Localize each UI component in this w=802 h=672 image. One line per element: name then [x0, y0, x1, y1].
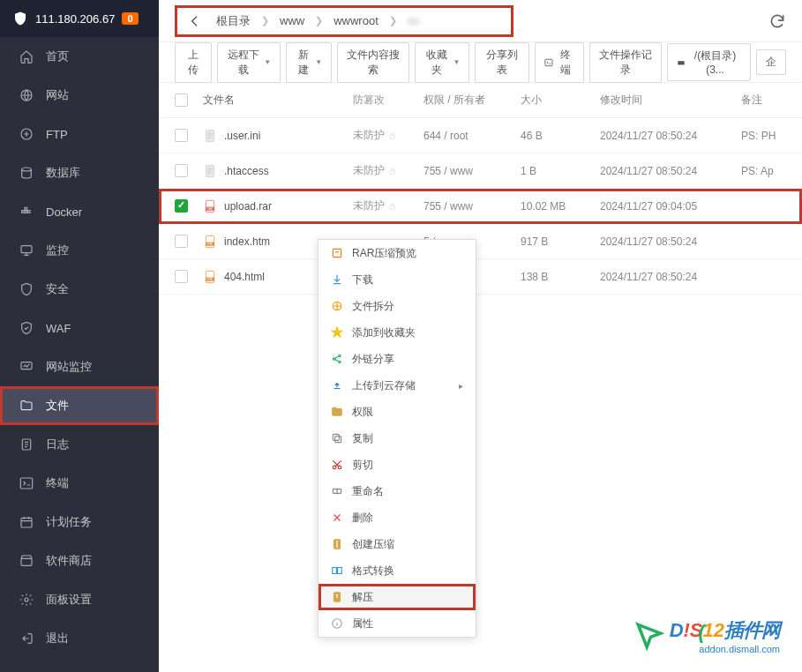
col-tamper-header[interactable]: 防篡改	[353, 93, 423, 108]
svg-rect-30	[333, 249, 341, 257]
notification-badge[interactable]: 0	[122, 12, 138, 25]
sidebar-item-ftp[interactable]: FTP	[0, 115, 159, 153]
terminal-button[interactable]: 终端	[535, 42, 583, 83]
context-label: 复制	[352, 431, 373, 446]
new-button[interactable]: 新建▼	[286, 42, 332, 83]
context-share[interactable]: 外链分享	[319, 346, 476, 372]
rename-icon	[331, 485, 343, 497]
sidebar-item-docker[interactable]: Docker	[0, 192, 159, 231]
col-time-header[interactable]: 修改时间	[600, 93, 741, 108]
sidebar-item-home[interactable]: 首页	[0, 37, 159, 76]
context-cut[interactable]: 剪切	[319, 452, 476, 478]
terminal-icon	[19, 476, 34, 490]
col-note-header[interactable]: 备注	[741, 93, 794, 108]
sidebar: 111.180.206.67 0 首页网站FTP数据库Docker监控安全WAF…	[0, 0, 159, 672]
sidebar-item-monitor[interactable]: 监控	[0, 231, 159, 270]
table-row[interactable]: .user.ini 未防护 644 / root 46 B 2024/11/27…	[159, 118, 802, 153]
upload-button[interactable]: 上传	[175, 42, 212, 83]
sidebar-item-security[interactable]: 安全	[0, 270, 159, 309]
row-checkbox[interactable]	[175, 129, 188, 142]
chevron-right-icon: ❯	[261, 15, 269, 26]
file-note: PS: Ap	[741, 165, 794, 177]
modified-time: 2024/11/27 08:50:24	[600, 130, 741, 142]
file-name: index.htm	[224, 235, 270, 248]
watermark: D!S(12插件网 addon.dismall.com	[634, 617, 780, 654]
sidebar-item-database[interactable]: 数据库	[0, 153, 159, 192]
sidebar-item-label: 日志	[46, 437, 69, 452]
context-rar-preview[interactable]: RAR压缩预览	[319, 240, 476, 266]
breadcrumb-root[interactable]: 根目录	[213, 11, 254, 31]
sidebar-item-logout[interactable]: 退出	[0, 619, 159, 658]
content-search-button[interactable]: 文件内容搜索	[337, 42, 409, 83]
context-compress[interactable]: 创建压缩	[319, 531, 476, 557]
favorites-button[interactable]: 收藏夹▼	[415, 42, 469, 83]
svg-point-33	[339, 355, 341, 356]
file-name: .user.ini	[224, 130, 260, 142]
file-size: 46 B	[521, 130, 600, 142]
col-name-header[interactable]: 文件名	[203, 93, 353, 108]
chevron-right-icon: ❯	[315, 15, 323, 26]
table-header: 文件名 防篡改 权限 / 所有者 大小 修改时间 备注	[159, 83, 802, 118]
file-ops-button[interactable]: 文件操作记录	[589, 42, 662, 83]
row-checkbox[interactable]	[175, 199, 188, 213]
table-row[interactable]: HTMLindex.htm 5 / www 917 B 2024/11/27 0…	[159, 224, 802, 259]
context-rename[interactable]: 重命名	[319, 478, 476, 504]
table-row[interactable]: .htaccess 未防护 755 / www 1 B 2024/11/27 0…	[159, 153, 802, 189]
refresh-icon[interactable]	[768, 12, 786, 30]
col-size-header[interactable]: 大小	[521, 93, 600, 108]
breadcrumb-bar: 根目录 ❯ www ❯ wwwroot ❯ dz.	[159, 0, 802, 42]
context-extract[interactable]: 解压	[319, 584, 476, 610]
ftp-icon	[19, 127, 34, 141]
table-row[interactable]: RARupload.rar 未防护 755 / www 10.02 MB 202…	[159, 189, 802, 224]
sidebar-item-globe[interactable]: 网站	[0, 76, 159, 115]
context-delete[interactable]: 删除	[319, 504, 476, 531]
disk-button[interactable]: /(根目录) (3...	[667, 43, 751, 81]
context-label: 文件拆分	[352, 299, 394, 314]
toolbar: 上传 远程下载▼ 新建▼ 文件内容搜索 收藏夹▼ 分享列表 终端 文件操作记录 …	[159, 42, 802, 83]
select-all-checkbox[interactable]	[175, 93, 188, 107]
context-star[interactable]: 添加到收藏夹	[319, 319, 476, 346]
back-arrow-icon[interactable]	[188, 14, 202, 28]
breadcrumb-www[interactable]: www	[276, 12, 308, 29]
remote-download-button[interactable]: 远程下载▼	[217, 42, 281, 83]
sidebar-item-site-monitor[interactable]: 网站监控	[0, 347, 159, 386]
sidebar-item-log[interactable]: 日志	[0, 425, 159, 464]
share-list-button[interactable]: 分享列表	[475, 42, 529, 83]
main-content: 根目录 ❯ www ❯ wwwroot ❯ dz. 上传 远程下载▼ 新建▼ 文…	[159, 0, 802, 672]
tamper-status: 未防护	[353, 198, 423, 213]
svg-rect-15	[678, 61, 684, 64]
sidebar-item-terminal[interactable]: 终端	[0, 464, 159, 503]
breadcrumb-current[interactable]: dz.	[404, 12, 426, 29]
context-cloud-upload[interactable]: 上传到云存储	[319, 372, 476, 399]
row-checkbox[interactable]	[175, 235, 188, 248]
sidebar-item-folder[interactable]: 文件	[0, 386, 159, 425]
context-copy[interactable]: 复制	[319, 425, 476, 452]
rar-preview-icon	[331, 247, 343, 259]
sidebar-item-waf[interactable]: WAF	[0, 309, 159, 347]
sidebar-item-cron[interactable]: 计划任务	[0, 503, 159, 541]
table-row[interactable]: HTML404.html 5 / www 138 B 2024/11/27 08…	[159, 259, 802, 295]
context-folder-perm[interactable]: 权限	[319, 399, 476, 425]
server-ip: 111.180.206.67	[35, 12, 115, 26]
sidebar-item-settings[interactable]: 面板设置	[0, 580, 159, 619]
context-info[interactable]: 属性	[319, 610, 476, 637]
file-size: 138 B	[521, 271, 600, 283]
context-label: RAR压缩预览	[352, 246, 416, 261]
row-checkbox[interactable]	[175, 164, 188, 177]
breadcrumb-wwwroot[interactable]: wwwroot	[330, 12, 382, 29]
svg-point-34	[339, 361, 341, 362]
svg-point-13	[25, 598, 28, 601]
sidebar-item-store[interactable]: 软件商店	[0, 541, 159, 580]
context-convert[interactable]: 格式转换	[319, 557, 476, 584]
row-checkbox[interactable]	[175, 270, 188, 283]
enterprise-button[interactable]: 企	[756, 49, 786, 75]
context-label: 外链分享	[352, 352, 394, 367]
download-icon	[331, 273, 343, 286]
convert-icon	[331, 564, 343, 577]
col-perm-header[interactable]: 权限 / 所有者	[423, 93, 521, 108]
compress-icon	[331, 538, 343, 550]
svg-text:RAR: RAR	[206, 207, 214, 211]
context-download[interactable]: 下载	[319, 266, 476, 293]
context-split[interactable]: 文件拆分	[319, 293, 476, 319]
sidebar-item-label: 软件商店	[46, 553, 92, 569]
